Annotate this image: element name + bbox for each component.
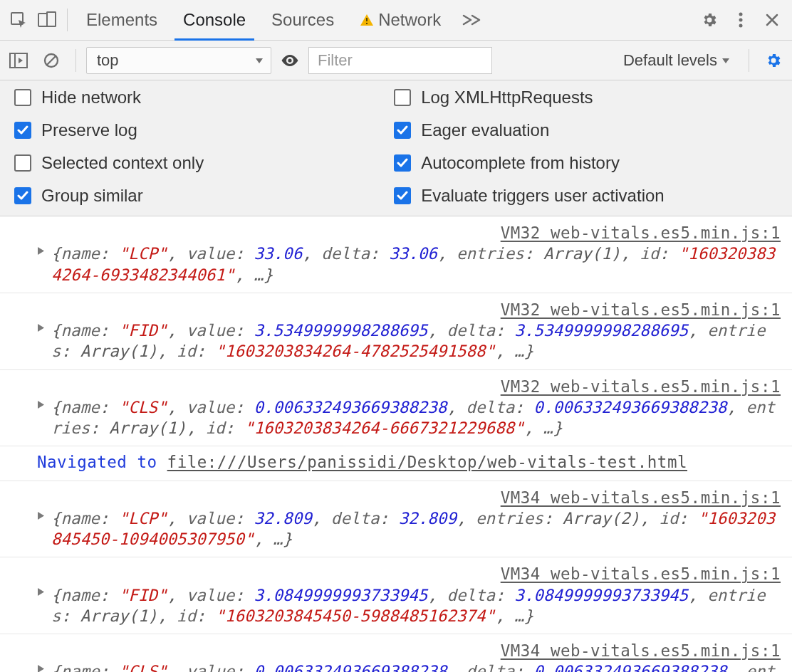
checkbox-label: Autocomplete from history	[421, 153, 620, 173]
console-toolbar: top Default levels	[0, 41, 792, 80]
checkbox-group-similar[interactable]: Group similar	[14, 186, 380, 206]
checkbox-label: Selected context only	[41, 153, 204, 173]
checkbox-eager-evaluation[interactable]: Eager evaluation	[394, 120, 778, 140]
log-object-preview[interactable]: {name: "FID", value: 3.5349999998288695,…	[51, 320, 782, 362]
expand-triangle-icon[interactable]	[37, 587, 45, 597]
warning-icon	[360, 13, 374, 27]
svg-point-11	[288, 58, 291, 62]
checkbox-selected-context-only[interactable]: Selected context only	[14, 153, 380, 173]
console-settings-panel: Hide network Log XMLHttpRequests Preserv…	[0, 80, 792, 216]
expand-triangle-icon[interactable]	[37, 664, 45, 672]
checkbox-evaluate-triggers[interactable]: Evaluate triggers user activation	[394, 186, 778, 206]
execution-context-value: top	[97, 51, 119, 70]
console-log-entry[interactable]: VM32 web-vitals.es5.min.js:1 {name: "CLS…	[0, 370, 792, 447]
expand-triangle-icon[interactable]	[37, 400, 45, 409]
log-object-preview[interactable]: {name: "FID", value: 3.0849999993733945,…	[51, 585, 782, 627]
console-log-entry[interactable]: VM32 web-vitals.es5.min.js:1 {name: "FID…	[0, 293, 792, 370]
expand-triangle-icon[interactable]	[37, 511, 45, 520]
checkbox-hide-network[interactable]: Hide network	[14, 88, 380, 107]
navigation-url[interactable]: file:///Users/panissidi/Desktop/web-vita…	[167, 453, 687, 471]
log-object-preview[interactable]: {name: "LCP", value: 33.06, delta: 33.06…	[51, 243, 782, 285]
filter-input[interactable]	[308, 47, 492, 74]
checkbox-label: Hide network	[41, 88, 141, 107]
chevron-down-icon	[255, 57, 264, 64]
live-expression-eye-icon[interactable]	[276, 46, 304, 75]
svg-rect-2	[47, 12, 56, 26]
expand-triangle-icon[interactable]	[37, 246, 45, 256]
source-link[interactable]: VM32 web-vitals.es5.min.js:1	[51, 295, 781, 320]
devtools-tabbar: Elements Console Sources Network	[0, 0, 792, 41]
clear-console-icon[interactable]	[37, 46, 66, 75]
log-object-preview[interactable]: {name: "LCP", value: 32.809, delta: 32.8…	[51, 508, 782, 550]
chevron-down-icon	[721, 57, 730, 64]
settings-gear-icon[interactable]	[694, 6, 725, 34]
log-object-preview[interactable]: {name: "CLS", value: 0.00633249366938823…	[51, 397, 782, 439]
checkbox-preserve-log[interactable]: Preserve log	[14, 120, 380, 140]
console-log-entry[interactable]: VM34 web-vitals.es5.min.js:1 {name: "FID…	[0, 557, 792, 634]
divider	[749, 49, 749, 72]
console-log-entry[interactable]: VM34 web-vitals.es5.min.js:1 {name: "CLS…	[0, 634, 792, 672]
svg-point-6	[739, 13, 743, 16]
divider	[67, 9, 68, 31]
tab-elements[interactable]: Elements	[73, 0, 170, 40]
tab-console[interactable]: Console	[170, 0, 259, 40]
source-link[interactable]: VM34 web-vitals.es5.min.js:1	[51, 636, 781, 661]
tabbar-right-icons	[694, 6, 788, 34]
checkbox-label: Group similar	[41, 186, 143, 206]
console-log-area[interactable]: VM32 web-vitals.es5.min.js:1 {name: "LCP…	[0, 216, 792, 672]
source-link[interactable]: VM32 web-vitals.es5.min.js:1	[51, 372, 781, 397]
console-settings-gear-icon[interactable]	[759, 46, 788, 75]
device-toggle-icon[interactable]	[33, 6, 61, 34]
filter-wrap	[308, 47, 610, 74]
navigation-message: Navigated to file:///Users/panissidi/Des…	[0, 446, 792, 481]
close-icon[interactable]	[756, 6, 788, 34]
checkbox-label: Log XMLHttpRequests	[421, 88, 593, 107]
svg-point-8	[739, 24, 743, 28]
svg-rect-4	[366, 18, 368, 21]
divider	[75, 49, 76, 72]
checkbox-log-xhr[interactable]: Log XMLHttpRequests	[394, 88, 778, 107]
log-levels-select[interactable]: Default levels	[615, 47, 739, 74]
tab-sources[interactable]: Sources	[259, 0, 347, 40]
svg-rect-5	[366, 23, 368, 24]
log-levels-label: Default levels	[623, 51, 717, 70]
tabs-overflow[interactable]	[454, 0, 489, 40]
checkbox-label: Eager evaluation	[421, 120, 549, 140]
toggle-sidebar-icon[interactable]	[4, 46, 33, 75]
checkbox-label: Evaluate triggers user activation	[421, 186, 665, 206]
log-object-preview[interactable]: {name: "CLS", value: 0.00633249366938823…	[51, 661, 782, 672]
kebab-menu-icon[interactable]	[725, 6, 756, 34]
tab-network[interactable]: Network	[347, 0, 454, 40]
panel-tabs: Elements Console Sources Network	[73, 0, 489, 40]
expand-triangle-icon[interactable]	[37, 323, 45, 332]
console-log-entry[interactable]: VM34 web-vitals.es5.min.js:1 {name: "LCP…	[0, 481, 792, 558]
execution-context-select[interactable]: top	[86, 47, 271, 74]
checkbox-label: Preserve log	[41, 120, 137, 140]
source-link[interactable]: VM32 web-vitals.es5.min.js:1	[51, 219, 781, 243]
checkbox-autocomplete-history[interactable]: Autocomplete from history	[394, 153, 778, 173]
source-link[interactable]: VM34 web-vitals.es5.min.js:1	[51, 483, 781, 508]
console-log-entry[interactable]: VM32 web-vitals.es5.min.js:1 {name: "LCP…	[0, 216, 792, 293]
svg-point-7	[739, 19, 743, 22]
source-link[interactable]: VM34 web-vitals.es5.min.js:1	[51, 560, 781, 584]
inspect-element-icon[interactable]	[4, 6, 33, 34]
